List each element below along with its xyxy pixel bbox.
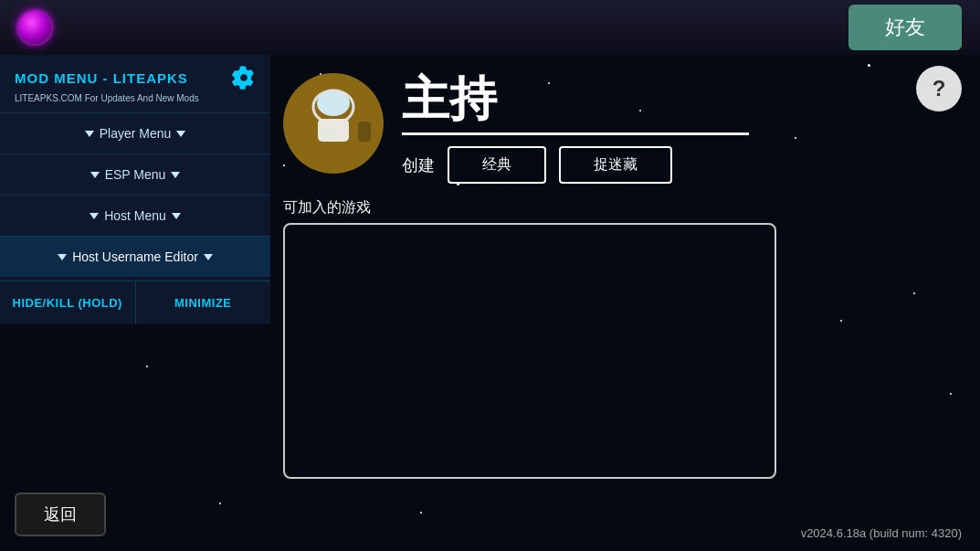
sidebar-item-host-menu[interactable]: Host Menu xyxy=(0,195,270,236)
player-menu-label: Player Menu xyxy=(100,126,172,141)
triangle-icon-5 xyxy=(90,213,99,219)
triangle-icon-7 xyxy=(58,254,67,260)
sidebar: MOD MENU - LITEAPKS LITEAPKS.COM For Upd… xyxy=(0,55,270,324)
friends-button[interactable]: 好友 xyxy=(848,5,962,50)
triangle-icon-3 xyxy=(90,172,100,178)
esp-menu-label: ESP Menu xyxy=(105,167,166,182)
triangle-icon-2 xyxy=(176,131,185,137)
create-label: 创建 xyxy=(402,154,435,176)
gear-icon[interactable] xyxy=(232,66,256,90)
menu-orb xyxy=(18,11,51,44)
triangle-icon-8 xyxy=(204,254,213,260)
character-info: 主持 创建 经典 捉迷藏 xyxy=(402,73,953,184)
triangle-icon-4 xyxy=(171,172,180,178)
character-section: 主持 创建 经典 捉迷藏 xyxy=(283,73,953,184)
host-title: 主持 xyxy=(402,73,953,125)
treasure-mode-button[interactable]: 捉迷藏 xyxy=(559,146,672,184)
sidebar-header: MOD MENU - LITEAPKS xyxy=(0,55,270,93)
svg-rect-4 xyxy=(318,119,349,142)
sidebar-item-host-username-editor[interactable]: Host Username Editor xyxy=(0,236,270,277)
sidebar-item-player-menu[interactable]: Player Menu xyxy=(0,112,270,154)
game-list-section: 可加入的游戏 xyxy=(283,198,953,479)
hide-kill-button[interactable]: HIDE/KILL (HOLD) xyxy=(0,281,136,324)
back-button[interactable]: 返回 xyxy=(15,493,106,536)
character-svg xyxy=(292,78,374,169)
host-menu-label: Host Menu xyxy=(104,208,166,223)
top-bar: 好友 xyxy=(0,0,980,55)
triangle-icon-1 xyxy=(85,131,94,137)
sidebar-bottom: HIDE/KILL (HOLD) MINIMIZE xyxy=(0,281,270,324)
minimize-button[interactable]: MINIMIZE xyxy=(136,281,271,324)
avatar xyxy=(283,73,384,174)
game-list-label: 可加入的游戏 xyxy=(283,198,953,217)
host-underline xyxy=(402,132,749,135)
triangle-icon-6 xyxy=(172,213,181,219)
help-button[interactable]: ? xyxy=(916,66,962,111)
svg-rect-5 xyxy=(358,122,371,142)
sidebar-subtitle: LITEAPKS.COM For Updates And New Mods xyxy=(0,93,270,112)
sidebar-item-esp-menu[interactable]: ESP Menu xyxy=(0,154,270,195)
create-row: 创建 经典 捉迷藏 xyxy=(402,146,953,184)
sidebar-title: MOD MENU - LITEAPKS xyxy=(15,70,188,86)
classic-mode-button[interactable]: 经典 xyxy=(448,146,546,184)
version-text: v2024.6.18a (build num: 4320) xyxy=(801,526,962,540)
host-username-editor-label: Host Username Editor xyxy=(72,249,198,264)
game-list-box[interactable] xyxy=(283,223,776,479)
